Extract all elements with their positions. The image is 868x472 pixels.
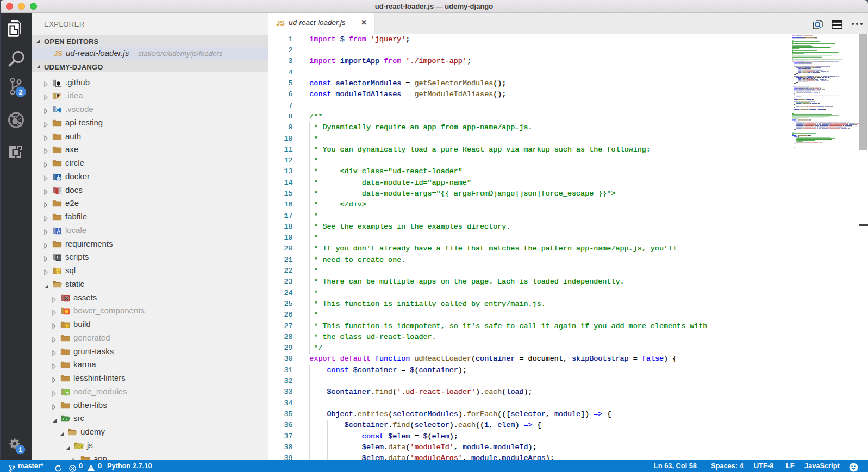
- svg-text:1: 1: [18, 446, 22, 454]
- svg-text:2: 2: [18, 87, 22, 96]
- svg-text:JS: JS: [80, 445, 84, 449]
- svg-text:js: js: [66, 392, 68, 395]
